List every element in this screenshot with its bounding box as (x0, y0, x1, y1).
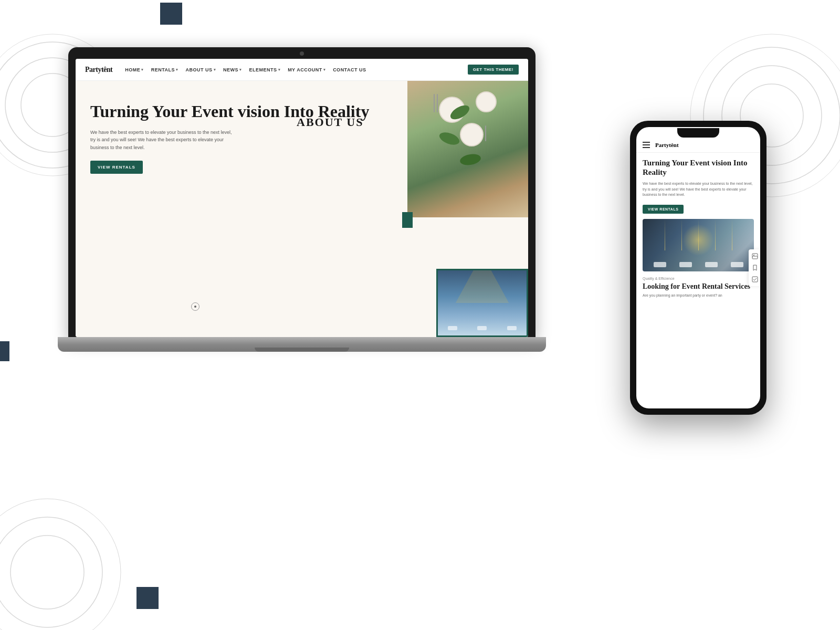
mobile-section-text: Are you planning an important party or e… (643, 293, 754, 298)
laptop-nav: Partytênt HOME ▾ RENTALS ▾ ABOUT US ▾ (76, 59, 528, 81)
about-us-label: ABOUT US (297, 116, 363, 129)
laptop-hero-img-venue (436, 269, 528, 337)
deco-square-1 (160, 3, 182, 25)
nav-item-account[interactable]: MY ACCOUNT ▾ (288, 67, 326, 72)
laptop-base (58, 337, 546, 352)
venue-tables (438, 326, 527, 330)
mobile-screen: Partytênt Turning Your Event vision Into… (636, 127, 760, 408)
svg-point-9 (0, 517, 102, 627)
laptop-screen-outer: Partytênt HOME ▾ RENTALS ▾ ABOUT US ▾ (68, 47, 536, 341)
fork-1 (434, 94, 435, 112)
laptop-mockup: Partytênt HOME ▾ RENTALS ▾ ABOUT US ▾ (68, 47, 536, 383)
mobile-logo: Partytênt (655, 142, 679, 148)
nav-item-elements[interactable]: ELEMENTS ▾ (249, 67, 281, 72)
hamburger-menu-icon[interactable] (643, 142, 650, 148)
deco-square-3 (136, 587, 159, 609)
nav-item-rentals[interactable]: RENTALS ▾ (151, 67, 178, 72)
mobile-hero-title: Turning Your Event vision Into Reality (643, 158, 754, 177)
laptop-hero-img-table (407, 81, 528, 217)
nav-item-home[interactable]: HOME ▾ (125, 67, 144, 72)
side-icon-check[interactable] (750, 275, 760, 284)
deco-square-2 (0, 341, 9, 361)
plate-2 (476, 91, 497, 112)
chandelier-center-light (682, 224, 714, 256)
teal-overlay (402, 212, 413, 228)
nav-item-about[interactable]: ABOUT US ▾ (186, 67, 216, 72)
chandelier-glow (438, 270, 527, 303)
home-chevron: ▾ (141, 68, 144, 72)
laptop-hero-cta[interactable]: VIEW RENTALS (90, 161, 143, 174)
mobile-hero-text: We have the best experts to elevate your… (643, 181, 754, 198)
mobile-mockup: Partytênt Turning Your Event vision Into… (630, 121, 766, 415)
mobile-topbar: Partytênt (636, 142, 760, 153)
side-icon-image[interactable] (750, 251, 760, 261)
mobile-event-img (643, 219, 754, 271)
mobile-content: Partytênt Turning Your Event vision Into… (636, 127, 760, 408)
mobile-hero-cta[interactable]: VIEW RENTALS (643, 205, 684, 214)
plate-3 (460, 123, 484, 146)
nav-cta-button[interactable]: GET THIS THEME! (468, 65, 519, 75)
svg-point-8 (10, 536, 84, 609)
mobile-section-tag: Quality & Efficience (643, 277, 754, 280)
dot-indicator (191, 302, 200, 311)
laptop-camera (300, 51, 304, 56)
fork-3 (485, 125, 486, 141)
news-chevron: ▾ (239, 68, 242, 72)
nav-item-contact[interactable]: CONTACT US (333, 67, 366, 72)
account-chevron: ▾ (323, 68, 326, 72)
leaf-3 (459, 153, 482, 167)
fork-2 (437, 94, 438, 112)
side-icon-bookmark[interactable] (750, 263, 760, 272)
laptop-body: Partytênt HOME ▾ RENTALS ▾ ABOUT US ▾ (68, 47, 536, 352)
elements-chevron: ▾ (278, 68, 281, 72)
mobile-body: Turning Your Event vision Into Reality W… (636, 153, 760, 303)
table-img-bg (407, 81, 528, 217)
laptop-hero-images (392, 81, 528, 337)
mobile-notch (677, 128, 719, 138)
laptop-site-logo: Partytênt (85, 66, 112, 74)
leaf-2 (438, 130, 461, 147)
nav-item-news[interactable]: NEWS ▾ (223, 67, 242, 72)
mobile-frame: Partytênt Turning Your Event vision Into… (630, 121, 766, 415)
laptop-screen-inner: Partytênt HOME ▾ RENTALS ▾ ABOUT US ▾ (76, 59, 528, 337)
svg-rect-13 (752, 277, 758, 282)
mobile-venue-tables (643, 262, 754, 267)
about-chevron: ▾ (214, 68, 216, 72)
laptop-nav-links: HOME ▾ RENTALS ▾ ABOUT US ▾ NEWS (125, 65, 519, 75)
mobile-side-icons (749, 249, 760, 286)
laptop-hero-subtitle: We have the best experts to elevate your… (90, 129, 237, 151)
rentals-chevron: ▾ (176, 68, 178, 72)
mobile-section-title: Looking for Event Rental Services (643, 282, 754, 291)
